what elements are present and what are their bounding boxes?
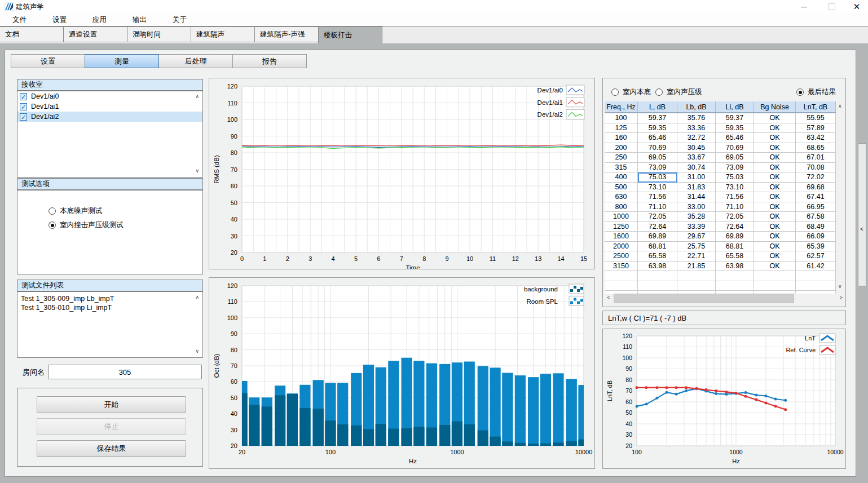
table-cell[interactable]: OK	[754, 251, 796, 262]
table-cell[interactable]: 72.05	[716, 212, 754, 222]
table-cell[interactable]: 65.58	[716, 251, 754, 262]
table-cell[interactable]: 1250	[605, 222, 638, 232]
table-cell[interactable]: 73.09	[638, 163, 677, 173]
table-cell[interactable]: 71.56	[638, 192, 677, 202]
table-row[interactable]: 40075.0331.0075.03OK72.02	[605, 172, 836, 183]
table-row[interactable]: 10059.3735.7659.37OK55.95	[605, 113, 836, 123]
table-cell[interactable]	[638, 281, 677, 291]
table-cell[interactable]: 33.00	[677, 202, 716, 212]
table-cell[interactable]: 71.10	[716, 202, 754, 212]
save-results-button[interactable]: 保存结果	[37, 440, 186, 457]
radio-icon[interactable]	[796, 88, 804, 96]
table-cell[interactable]: OK	[754, 153, 796, 163]
table-cell[interactable]: 68.65	[796, 143, 836, 153]
tab-0[interactable]: 文档	[0, 26, 64, 42]
table-cell[interactable]: 68.81	[716, 242, 754, 252]
table-cell[interactable]: 3150	[605, 262, 638, 272]
table-cell[interactable]: 31.83	[677, 183, 716, 193]
table-cell[interactable]	[638, 271, 677, 281]
table-cell[interactable]: 125	[605, 123, 638, 134]
checkbox-icon[interactable]: ✓	[20, 103, 27, 110]
table-cell[interactable]: 33.36	[677, 123, 716, 134]
table-cell[interactable]: OK	[754, 123, 796, 134]
radio-icon[interactable]	[49, 207, 56, 215]
table-cell[interactable]: OK	[754, 212, 796, 222]
table-cell[interactable]: 69.68	[796, 183, 836, 193]
tab-5[interactable]: 楼板打击	[318, 26, 382, 43]
table-cell[interactable]: 73.10	[638, 183, 677, 193]
channel-row[interactable]: ✓Dev1/ai2	[17, 112, 202, 122]
table-cell[interactable]: 30.74	[677, 163, 716, 173]
table-cell[interactable]	[605, 281, 638, 291]
table-cell[interactable]: 630	[605, 192, 638, 202]
table-cell[interactable]: 67.01	[796, 153, 836, 163]
table-row[interactable]: 16065.4632.7265.46OK63.42	[605, 133, 836, 143]
table-cell[interactable]: 72.64	[716, 222, 754, 232]
table-cell[interactable]: 100	[605, 113, 638, 123]
table-cell[interactable]	[796, 271, 836, 281]
checkbox-icon[interactable]: ✓	[20, 93, 27, 100]
table-cell[interactable]: OK	[754, 262, 796, 272]
list-scroll-up-icon[interactable]: ∧	[195, 94, 199, 99]
table-cell[interactable]: 59.37	[638, 113, 677, 123]
tab-1[interactable]: 通道设置	[63, 26, 127, 42]
table-cell[interactable]: 63.98	[716, 262, 754, 272]
table-cell[interactable]: 33.39	[677, 222, 716, 232]
table-cell[interactable]: OK	[754, 192, 796, 202]
table-cell[interactable]: 63.42	[796, 133, 836, 143]
list-scroll-up-icon[interactable]: ∧	[195, 295, 199, 300]
table-cell[interactable]: 35.28	[677, 212, 716, 222]
radio-icon[interactable]	[49, 221, 56, 229]
table-row[interactable]	[605, 281, 836, 291]
table-cell[interactable]: 69.05	[638, 153, 677, 163]
radio-icon[interactable]	[655, 88, 663, 96]
table-cell[interactable]	[716, 281, 754, 291]
table-cell[interactable]: 68.81	[638, 242, 677, 252]
table-cell[interactable]: 66.95	[796, 202, 836, 212]
table-cell[interactable]: OK	[754, 163, 796, 173]
panel-splitter[interactable]: <	[858, 143, 866, 286]
start-button[interactable]: 开始	[37, 396, 186, 413]
table-cell[interactable]: OK	[754, 232, 796, 242]
table-cell[interactable]: 30.45	[677, 143, 716, 153]
table-cell[interactable]: 25.75	[677, 242, 716, 252]
table-cell[interactable]: 72.02	[796, 172, 836, 183]
table-cell[interactable]: 75.03	[638, 172, 677, 183]
table-cell[interactable]: OK	[754, 202, 796, 212]
table-row[interactable]: 125072.6433.3972.64OK68.49	[605, 222, 836, 232]
menu-item-2[interactable]: 应用	[86, 15, 113, 25]
scroll-down-icon[interactable]: ∨	[838, 284, 842, 289]
minimize-button[interactable]	[792, 0, 815, 14]
table-cell[interactable]: 75.03	[716, 172, 754, 183]
table-cell[interactable]: OK	[754, 183, 796, 193]
table-row[interactable]: 80071.1033.0071.10OK66.95	[605, 202, 836, 212]
table-cell[interactable]: 31.44	[677, 192, 716, 202]
table-cell[interactable]: 69.05	[716, 153, 754, 163]
table-row[interactable]: 315063.9821.8563.98OK61.42	[605, 262, 836, 272]
table-cell[interactable]: 71.56	[716, 192, 754, 202]
test-option[interactable]: 本底噪声测试	[49, 206, 102, 216]
table-cell[interactable]: 59.37	[716, 113, 754, 123]
table-cell[interactable]: 21.85	[677, 262, 716, 272]
table-cell[interactable]: OK	[754, 113, 796, 123]
table-cell[interactable]: 2000	[605, 242, 638, 252]
table-cell[interactable]: 400	[605, 172, 638, 183]
table-cell[interactable]: 73.10	[716, 183, 754, 193]
table-cell[interactable]: 200	[605, 143, 638, 153]
menu-item-1[interactable]: 设置	[46, 15, 73, 25]
table-cell[interactable]: OK	[754, 222, 796, 232]
table-cell[interactable]	[716, 271, 754, 281]
file-list-item[interactable]: Test 1_305-009_imp Lb_impT	[17, 294, 202, 303]
subtab-1[interactable]: 测量	[85, 54, 159, 68]
hscroll-thumb[interactable]	[614, 294, 794, 303]
table-cell[interactable]: 65.46	[638, 133, 677, 143]
table-row[interactable]: 20070.6930.4570.69OK68.65	[605, 143, 836, 153]
table-cell[interactable]: 70.08	[796, 163, 836, 173]
table-cell[interactable]: 71.10	[638, 202, 677, 212]
room-name-input[interactable]	[48, 365, 202, 379]
table-cell[interactable]: 250	[605, 153, 638, 163]
list-scroll-down-icon[interactable]: ∨	[195, 349, 199, 354]
table-row[interactable]: 200068.8125.7568.81OK65.39	[605, 242, 836, 252]
scroll-left-icon[interactable]: <	[607, 295, 610, 300]
table-cell[interactable]: 73.09	[716, 163, 754, 173]
